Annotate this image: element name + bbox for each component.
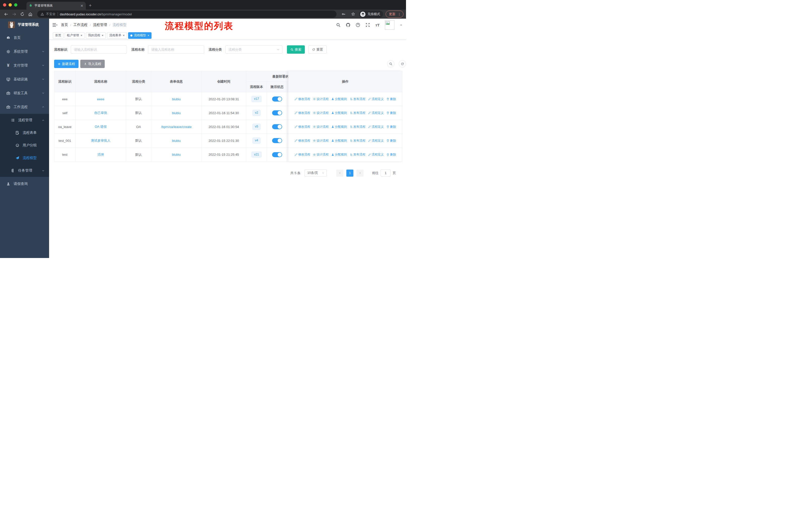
tag-租户管理[interactable]: 租户管理× [65,32,85,39]
breadcrumb-item[interactable]: 首页 [61,23,68,27]
url-text[interactable]: dashboard.yudao.iocoder.cn/bpm/manager/m… [60,12,132,16]
sidebar-item-基础设施[interactable]: 基础设施 [0,72,49,86]
create-process-button[interactable]: 新建流程 [54,60,79,68]
action-修改流程[interactable]: 修改流程 [294,97,310,101]
action-删除[interactable]: 删除 [386,153,396,157]
action-设计流程[interactable]: 设计流程 [313,125,329,129]
breadcrumb-item[interactable]: 工作流程 [74,23,88,27]
table-refresh-icon[interactable] [399,60,406,67]
breadcrumb-item[interactable]: 流程管理 [93,23,107,27]
help-icon[interactable] [356,23,360,27]
process-name-link[interactable]: 滔博 [76,147,126,162]
action-发布流程[interactable]: 发布流程 [350,111,366,115]
action-分配规则[interactable]: 分配规则 [331,139,347,143]
sidebar-item-支付管理[interactable]: ¥支付管理 [0,58,49,72]
action-设计流程[interactable]: 设计流程 [313,111,329,115]
new-tab-button[interactable]: + [89,3,92,8]
key-icon[interactable] [340,10,347,18]
prev-page-button[interactable] [336,169,343,176]
process-name-link[interactable]: eeee [76,92,126,106]
action-删除[interactable]: 删除 [386,111,396,115]
sidebar-item-任务管理[interactable]: 任务管理 [0,164,49,177]
bookmark-star-icon[interactable] [350,10,357,18]
tab-close-icon[interactable]: ✕ [80,4,83,7]
action-发布流程[interactable]: 发布流程 [350,97,366,101]
goto-page-input[interactable] [381,169,390,176]
table-search-icon[interactable] [387,60,395,67]
close-icon[interactable]: × [147,34,149,37]
active-toggle[interactable] [272,152,282,157]
tag-首页[interactable]: 首页 [53,32,63,39]
maximize-window-button[interactable] [14,3,18,6]
tag-流程表单[interactable]: 流程表单× [107,32,127,39]
page-size-select[interactable]: 10条/页 [304,169,327,176]
reset-button[interactable]: 重置 [308,45,327,54]
action-修改流程[interactable]: 修改流程 [294,139,310,143]
action-修改流程[interactable]: 修改流程 [294,125,310,129]
action-删除[interactable]: 删除 [386,139,396,143]
action-分配规则[interactable]: 分配规则 [331,97,347,101]
action-发布流程[interactable]: 发布流程 [350,153,366,157]
action-发布流程[interactable]: 发布流程 [350,139,366,143]
process-name-link[interactable]: 测试多审批人 [76,134,126,147]
sidebar-logo[interactable]: 芋道管理系统 [0,19,49,31]
filter-input-流程标识[interactable] [71,45,127,54]
sidebar-item-流程管理[interactable]: 流程管理 [0,114,49,127]
fullscreen-icon[interactable] [366,23,370,27]
version-badge[interactable]: v5 [253,124,261,130]
url-bar[interactable]: 不安全 dashboard.yudao.iocoder.cn/bpm/manag… [37,10,337,18]
font-size-icon[interactable]: ᴛT [375,23,380,27]
back-icon[interactable] [2,10,9,18]
browser-tab[interactable]: 芋道管理系统 ✕ [26,2,86,9]
action-流程定义[interactable]: 流程定义 [368,139,384,143]
active-toggle[interactable] [272,97,282,102]
action-设计流程[interactable]: 设计流程 [313,153,329,157]
action-流程定义[interactable]: 流程定义 [368,111,384,115]
close-icon[interactable]: × [81,34,82,37]
action-流程定义[interactable]: 流程定义 [368,97,384,101]
action-设计流程[interactable]: 设计流程 [313,97,329,101]
import-process-button[interactable]: 导入流程 [80,60,105,68]
active-toggle[interactable] [272,124,282,129]
page-number-button[interactable]: 1 [346,169,353,176]
action-删除[interactable]: 删除 [386,125,396,129]
sidebar-item-流程模型[interactable]: 流程模型 [0,152,49,164]
close-icon[interactable]: × [102,34,104,37]
avatar[interactable] [385,20,395,30]
active-toggle[interactable] [272,110,282,115]
next-page-button[interactable] [356,169,364,176]
reload-icon[interactable] [19,10,26,18]
form-info-link[interactable]: biubiu [151,134,202,147]
version-badge[interactable]: v21 [252,152,261,158]
menu-dots-icon[interactable] [398,12,401,16]
form-info-link[interactable]: biubiu [151,92,202,106]
form-info-link[interactable]: /bpm/oa/leave/create [151,120,202,134]
browser-update-button[interactable]: 更新 [386,10,404,18]
sidebar-item-系统管理[interactable]: 系统管理 [0,45,49,58]
sidebar-item-首页[interactable]: 首页 [0,31,49,45]
sidebar-item-工作流程[interactable]: 工作流程 [0,100,49,114]
menu-fold-icon[interactable] [52,22,57,27]
action-分配规则[interactable]: 分配规则 [331,153,347,157]
close-window-button[interactable] [3,3,6,6]
security-label[interactable]: 不安全 [46,12,56,17]
search-icon[interactable] [336,23,341,27]
sidebar-item-研发工具[interactable]: 研发工具 [0,86,49,100]
github-icon[interactable] [346,23,350,27]
action-流程定义[interactable]: 流程定义 [368,153,384,157]
action-修改流程[interactable]: 修改流程 [294,153,310,157]
tag-流程模型[interactable]: 流程模型× [128,32,151,39]
form-info-link[interactable]: biubiu [151,106,202,120]
tag-我的流程[interactable]: 我的流程× [86,32,106,39]
action-设计流程[interactable]: 设计流程 [313,139,329,143]
process-name-link[interactable]: 自己审批 [76,106,126,120]
process-name-link[interactable]: OA 请假 [76,120,126,134]
version-badge[interactable]: v17 [252,96,261,102]
sidebar-item-用户分组[interactable]: 用户分组 [0,139,49,152]
action-分配规则[interactable]: 分配规则 [331,125,347,129]
active-toggle[interactable] [272,138,282,143]
action-流程定义[interactable]: 流程定义 [368,125,384,129]
search-button[interactable]: 搜索 [287,45,305,54]
action-分配规则[interactable]: 分配规则 [331,111,347,115]
forward-icon[interactable] [10,10,18,18]
